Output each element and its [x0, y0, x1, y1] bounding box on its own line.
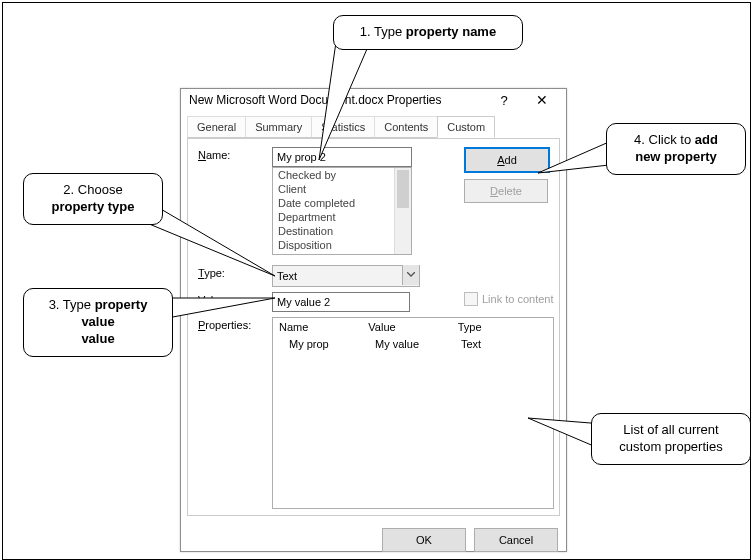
cell-value: My value: [375, 338, 461, 350]
cell-name: My prop: [289, 338, 375, 350]
callout-3: 3. Type property valuevalue: [23, 288, 173, 357]
checkbox-icon: [464, 292, 478, 306]
cancel-button[interactable]: Cancel: [474, 528, 558, 552]
ok-button[interactable]: OK: [382, 528, 466, 552]
tab-custom[interactable]: Custom: [437, 116, 495, 138]
value-input[interactable]: [272, 292, 410, 312]
name-listbox[interactable]: Checked by Client Date completed Departm…: [272, 167, 412, 255]
table-row[interactable]: My prop My value Text: [273, 336, 553, 352]
col-name: Name: [279, 321, 368, 333]
tab-general[interactable]: General: [187, 116, 246, 138]
list-item[interactable]: Checked by: [273, 168, 411, 182]
callout-1: 1. Type property name: [333, 15, 523, 50]
link-label: Link to content: [482, 293, 554, 305]
list-item[interactable]: Client: [273, 182, 411, 196]
name-label: Name:: [198, 147, 266, 161]
properties-table[interactable]: Name Value Type My prop My value Text: [272, 317, 554, 509]
close-button[interactable]: ✕: [524, 89, 560, 111]
type-value: Text: [277, 270, 297, 282]
tab-summary[interactable]: Summary: [245, 116, 312, 138]
col-value: Value: [368, 321, 457, 333]
dialog-footer: OK Cancel: [181, 522, 566, 558]
help-button[interactable]: ?: [486, 89, 522, 111]
type-select[interactable]: Text: [272, 265, 420, 287]
chevron-down-icon[interactable]: [402, 265, 419, 285]
cell-type: Text: [461, 338, 547, 350]
callout-2: 2. Chooseproperty type: [23, 173, 163, 225]
list-item[interactable]: Disposition: [273, 238, 411, 252]
col-type: Type: [458, 321, 547, 333]
list-item[interactable]: Department: [273, 210, 411, 224]
link-to-content: Link to content: [464, 292, 554, 306]
scrollbar[interactable]: [394, 168, 411, 254]
list-item[interactable]: Destination: [273, 224, 411, 238]
list-item[interactable]: Date completed: [273, 196, 411, 210]
scrollbar-thumb[interactable]: [397, 170, 409, 208]
delete-button: Delete: [464, 179, 548, 203]
callout-4: 4. Click to add new property: [606, 123, 746, 175]
svg-marker-0: [319, 42, 370, 160]
callout-pointer-icon: [308, 42, 398, 160]
callout-5: List of all currentcustom properties: [591, 413, 751, 465]
